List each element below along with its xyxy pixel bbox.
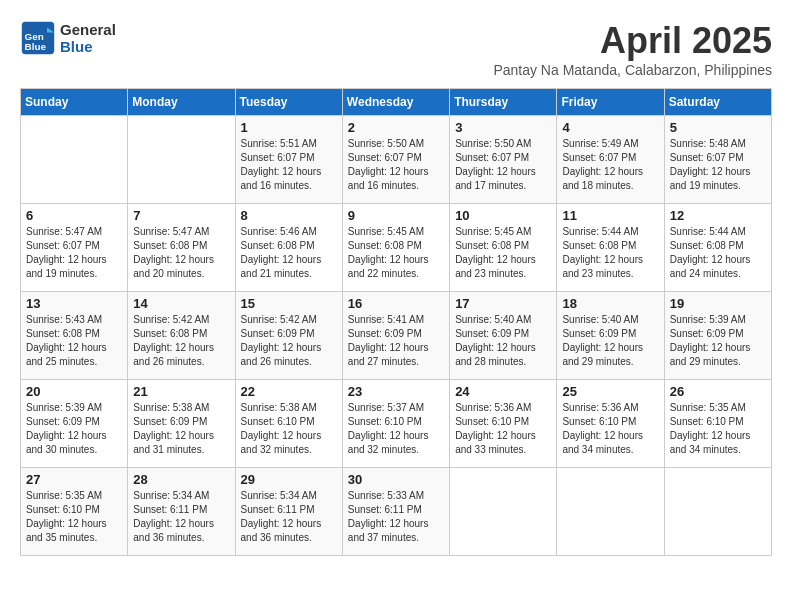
day-number: 6 — [26, 208, 122, 223]
day-info: Sunrise: 5:41 AM Sunset: 6:09 PM Dayligh… — [348, 313, 444, 369]
calendar-cell: 7Sunrise: 5:47 AM Sunset: 6:08 PM Daylig… — [128, 204, 235, 292]
day-number: 11 — [562, 208, 658, 223]
day-info: Sunrise: 5:35 AM Sunset: 6:10 PM Dayligh… — [26, 489, 122, 545]
calendar-cell: 1Sunrise: 5:51 AM Sunset: 6:07 PM Daylig… — [235, 116, 342, 204]
calendar-cell: 4Sunrise: 5:49 AM Sunset: 6:07 PM Daylig… — [557, 116, 664, 204]
calendar-week-5: 27Sunrise: 5:35 AM Sunset: 6:10 PM Dayli… — [21, 468, 772, 556]
day-number: 13 — [26, 296, 122, 311]
calendar-cell: 8Sunrise: 5:46 AM Sunset: 6:08 PM Daylig… — [235, 204, 342, 292]
calendar-cell: 29Sunrise: 5:34 AM Sunset: 6:11 PM Dayli… — [235, 468, 342, 556]
day-number: 29 — [241, 472, 337, 487]
day-number: 1 — [241, 120, 337, 135]
logo-text-line2: Blue — [60, 38, 116, 55]
calendar-cell: 11Sunrise: 5:44 AM Sunset: 6:08 PM Dayli… — [557, 204, 664, 292]
day-info: Sunrise: 5:33 AM Sunset: 6:11 PM Dayligh… — [348, 489, 444, 545]
day-number: 27 — [26, 472, 122, 487]
day-info: Sunrise: 5:46 AM Sunset: 6:08 PM Dayligh… — [241, 225, 337, 281]
calendar-cell: 17Sunrise: 5:40 AM Sunset: 6:09 PM Dayli… — [450, 292, 557, 380]
day-info: Sunrise: 5:44 AM Sunset: 6:08 PM Dayligh… — [670, 225, 766, 281]
day-info: Sunrise: 5:51 AM Sunset: 6:07 PM Dayligh… — [241, 137, 337, 193]
calendar-cell: 5Sunrise: 5:48 AM Sunset: 6:07 PM Daylig… — [664, 116, 771, 204]
calendar-table: SundayMondayTuesdayWednesdayThursdayFrid… — [20, 88, 772, 556]
day-info: Sunrise: 5:47 AM Sunset: 6:08 PM Dayligh… — [133, 225, 229, 281]
calendar-cell: 13Sunrise: 5:43 AM Sunset: 6:08 PM Dayli… — [21, 292, 128, 380]
calendar-cell — [128, 116, 235, 204]
day-number: 17 — [455, 296, 551, 311]
day-info: Sunrise: 5:50 AM Sunset: 6:07 PM Dayligh… — [455, 137, 551, 193]
day-number: 22 — [241, 384, 337, 399]
day-number: 18 — [562, 296, 658, 311]
day-number: 24 — [455, 384, 551, 399]
calendar-cell: 30Sunrise: 5:33 AM Sunset: 6:11 PM Dayli… — [342, 468, 449, 556]
day-info: Sunrise: 5:42 AM Sunset: 6:08 PM Dayligh… — [133, 313, 229, 369]
day-number: 15 — [241, 296, 337, 311]
calendar-cell — [557, 468, 664, 556]
calendar-week-3: 13Sunrise: 5:43 AM Sunset: 6:08 PM Dayli… — [21, 292, 772, 380]
day-info: Sunrise: 5:50 AM Sunset: 6:07 PM Dayligh… — [348, 137, 444, 193]
day-info: Sunrise: 5:39 AM Sunset: 6:09 PM Dayligh… — [26, 401, 122, 457]
day-number: 3 — [455, 120, 551, 135]
calendar-cell: 20Sunrise: 5:39 AM Sunset: 6:09 PM Dayli… — [21, 380, 128, 468]
day-header-wednesday: Wednesday — [342, 89, 449, 116]
day-info: Sunrise: 5:36 AM Sunset: 6:10 PM Dayligh… — [562, 401, 658, 457]
calendar-cell: 3Sunrise: 5:50 AM Sunset: 6:07 PM Daylig… — [450, 116, 557, 204]
day-number: 10 — [455, 208, 551, 223]
day-info: Sunrise: 5:45 AM Sunset: 6:08 PM Dayligh… — [348, 225, 444, 281]
day-info: Sunrise: 5:44 AM Sunset: 6:08 PM Dayligh… — [562, 225, 658, 281]
calendar-cell: 22Sunrise: 5:38 AM Sunset: 6:10 PM Dayli… — [235, 380, 342, 468]
calendar-cell: 19Sunrise: 5:39 AM Sunset: 6:09 PM Dayli… — [664, 292, 771, 380]
day-header-thursday: Thursday — [450, 89, 557, 116]
calendar-cell: 23Sunrise: 5:37 AM Sunset: 6:10 PM Dayli… — [342, 380, 449, 468]
day-info: Sunrise: 5:37 AM Sunset: 6:10 PM Dayligh… — [348, 401, 444, 457]
day-info: Sunrise: 5:39 AM Sunset: 6:09 PM Dayligh… — [670, 313, 766, 369]
day-number: 9 — [348, 208, 444, 223]
day-number: 30 — [348, 472, 444, 487]
day-info: Sunrise: 5:38 AM Sunset: 6:09 PM Dayligh… — [133, 401, 229, 457]
day-number: 16 — [348, 296, 444, 311]
calendar-cell: 9Sunrise: 5:45 AM Sunset: 6:08 PM Daylig… — [342, 204, 449, 292]
calendar-cell: 26Sunrise: 5:35 AM Sunset: 6:10 PM Dayli… — [664, 380, 771, 468]
day-info: Sunrise: 5:45 AM Sunset: 6:08 PM Dayligh… — [455, 225, 551, 281]
day-number: 7 — [133, 208, 229, 223]
calendar-cell: 25Sunrise: 5:36 AM Sunset: 6:10 PM Dayli… — [557, 380, 664, 468]
calendar-header-row: SundayMondayTuesdayWednesdayThursdayFrid… — [21, 89, 772, 116]
day-number: 28 — [133, 472, 229, 487]
month-title: April 2025 — [493, 20, 772, 62]
day-info: Sunrise: 5:49 AM Sunset: 6:07 PM Dayligh… — [562, 137, 658, 193]
calendar-cell: 15Sunrise: 5:42 AM Sunset: 6:09 PM Dayli… — [235, 292, 342, 380]
calendar-cell: 24Sunrise: 5:36 AM Sunset: 6:10 PM Dayli… — [450, 380, 557, 468]
day-info: Sunrise: 5:40 AM Sunset: 6:09 PM Dayligh… — [562, 313, 658, 369]
day-number: 25 — [562, 384, 658, 399]
page-header: Gen Blue General Blue April 2025 Pantay … — [20, 20, 772, 78]
calendar-cell: 2Sunrise: 5:50 AM Sunset: 6:07 PM Daylig… — [342, 116, 449, 204]
logo-icon: Gen Blue — [20, 20, 56, 56]
calendar-cell — [450, 468, 557, 556]
calendar-week-4: 20Sunrise: 5:39 AM Sunset: 6:09 PM Dayli… — [21, 380, 772, 468]
calendar-cell: 21Sunrise: 5:38 AM Sunset: 6:09 PM Dayli… — [128, 380, 235, 468]
calendar-cell — [664, 468, 771, 556]
calendar-cell: 27Sunrise: 5:35 AM Sunset: 6:10 PM Dayli… — [21, 468, 128, 556]
logo: Gen Blue General Blue — [20, 20, 116, 56]
day-number: 5 — [670, 120, 766, 135]
day-number: 20 — [26, 384, 122, 399]
day-info: Sunrise: 5:35 AM Sunset: 6:10 PM Dayligh… — [670, 401, 766, 457]
calendar-cell: 18Sunrise: 5:40 AM Sunset: 6:09 PM Dayli… — [557, 292, 664, 380]
day-info: Sunrise: 5:40 AM Sunset: 6:09 PM Dayligh… — [455, 313, 551, 369]
day-number: 8 — [241, 208, 337, 223]
day-number: 26 — [670, 384, 766, 399]
day-number: 14 — [133, 296, 229, 311]
day-header-sunday: Sunday — [21, 89, 128, 116]
day-info: Sunrise: 5:43 AM Sunset: 6:08 PM Dayligh… — [26, 313, 122, 369]
calendar-week-1: 1Sunrise: 5:51 AM Sunset: 6:07 PM Daylig… — [21, 116, 772, 204]
day-header-saturday: Saturday — [664, 89, 771, 116]
day-info: Sunrise: 5:42 AM Sunset: 6:09 PM Dayligh… — [241, 313, 337, 369]
day-info: Sunrise: 5:34 AM Sunset: 6:11 PM Dayligh… — [133, 489, 229, 545]
day-info: Sunrise: 5:48 AM Sunset: 6:07 PM Dayligh… — [670, 137, 766, 193]
location-title: Pantay Na Matanda, Calabarzon, Philippin… — [493, 62, 772, 78]
day-header-monday: Monday — [128, 89, 235, 116]
day-number: 2 — [348, 120, 444, 135]
day-info: Sunrise: 5:36 AM Sunset: 6:10 PM Dayligh… — [455, 401, 551, 457]
day-info: Sunrise: 5:34 AM Sunset: 6:11 PM Dayligh… — [241, 489, 337, 545]
day-info: Sunrise: 5:47 AM Sunset: 6:07 PM Dayligh… — [26, 225, 122, 281]
day-number: 12 — [670, 208, 766, 223]
